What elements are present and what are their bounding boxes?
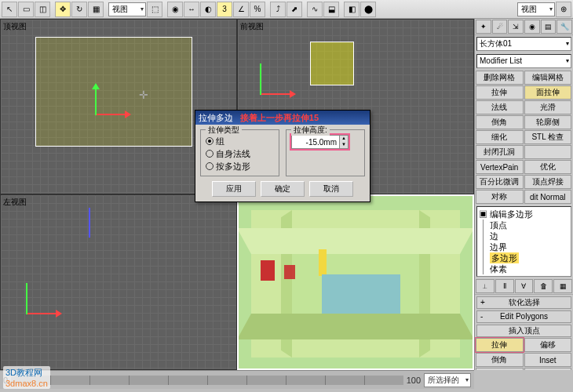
edit-normals-button[interactable]: dit Normal (524, 190, 572, 204)
arrow-y-icon (92, 79, 100, 89)
create-tab-icon[interactable]: ✦ (476, 20, 491, 34)
show-result-icon[interactable]: Ⅱ (495, 279, 514, 293)
apply-button[interactable]: 应用 (212, 181, 256, 197)
soften-rollout[interactable]: 软化选择 (476, 296, 571, 309)
stl-check-button[interactable]: STL 检查 (524, 130, 572, 144)
extrude-button[interactable]: 拉伸 (476, 85, 524, 100)
poly-extrude-button[interactable]: 拉伸 (476, 338, 524, 352)
modifier-stack[interactable]: ▣ 编辑多边形 顶点 边 边界 多边形 体素 (476, 206, 571, 277)
chamfer-button[interactable]: 倒角 (476, 115, 524, 129)
hierarchy-tab-icon[interactable]: ⇲ (508, 20, 524, 34)
poly-chamfer-button[interactable]: 倒角 (476, 353, 524, 367)
vertex-weld-button[interactable]: 顶点焊接 (524, 175, 572, 189)
insert-vertex-button[interactable]: 插入顶点 (476, 325, 571, 337)
radio-local[interactable]: 自身法线 (206, 147, 274, 160)
motion-tab-icon[interactable]: ◉ (524, 20, 540, 34)
object-name-field[interactable]: 长方体01 (476, 37, 571, 51)
tool-curve-icon[interactable]: ∿ (307, 2, 323, 17)
tool-named-icon[interactable]: ⤴ (270, 2, 286, 17)
vertex-paint-button[interactable]: VertexPain (476, 160, 524, 174)
extrude-dialog: 拉伸多边 接着上一步再拉伸15 拉伸类型 组 自身法线 按多边形 拉伸高度: ▲… (195, 110, 370, 202)
face-extrude-button[interactable]: 面拉伸 (524, 85, 572, 100)
optimize-button[interactable]: 优化 (524, 160, 572, 174)
axis-x-icon (260, 93, 291, 95)
poly-inset-button[interactable]: Inset (524, 353, 572, 367)
viewport-left-label: 左视图 (3, 197, 27, 208)
viewport-left[interactable]: 左视图 (0, 194, 237, 370)
tessellate-button[interactable]: 细化 (476, 130, 524, 144)
tool-snap-icon[interactable]: ⬚ (147, 2, 162, 17)
blue-poster (322, 274, 400, 314)
outline-button[interactable]: 轮廓侧 (524, 115, 572, 129)
symmetry-button[interactable]: 对称 (476, 190, 524, 204)
panel-tabs: ✦ ☄ ⇲ ◉ ▤ 🔧 (475, 19, 573, 35)
poly-mirror-button[interactable]: 镜像 (524, 368, 572, 370)
cancel-button[interactable]: 取消 (309, 181, 353, 197)
modify-tab-icon[interactable]: ☄ (492, 20, 508, 34)
tool-percent-icon[interactable]: % (250, 2, 265, 17)
spinner-up-icon[interactable]: ▲ (339, 136, 348, 142)
dialog-titlebar[interactable]: 拉伸多边 接着上一步再拉伸15 (195, 111, 370, 125)
arrow-x-icon (290, 90, 300, 98)
extrude-height-input[interactable] (292, 136, 339, 148)
room-render (251, 210, 460, 358)
remove-mod-icon[interactable]: 🗑 (534, 279, 553, 293)
tool-zoom-icon[interactable]: ⊕ (556, 2, 571, 17)
timeline[interactable]: 0 100 所选择的 (0, 370, 474, 389)
viewport-perspective[interactable] (237, 194, 474, 370)
tool-region-icon[interactable]: ▭ (18, 2, 34, 17)
radio-poly[interactable]: 按多边形 (206, 160, 274, 172)
cap-holes-button[interactable]: 封闭孔洞 (476, 145, 524, 159)
radio-group[interactable]: 组 (206, 135, 274, 147)
stack-vertex[interactable]: 顶点 (479, 220, 569, 230)
utilities-tab-icon[interactable]: 🔧 (557, 20, 572, 34)
tool-render-icon[interactable]: ⬤ (360, 2, 376, 17)
command-panel: ✦ ☄ ⇲ ◉ ▤ 🔧 长方体01 Modifier List 删除网格 编辑网… (474, 19, 573, 370)
modifier-list-dropdown[interactable]: Modifier List (476, 54, 571, 68)
timeline-track[interactable] (11, 376, 403, 385)
display-tab-icon[interactable]: ▤ (541, 20, 557, 34)
edit-poly-rollout[interactable]: Edit Polygons (476, 310, 571, 323)
cursor-icon: ✛ (139, 89, 148, 101)
poly-bevel-button[interactable]: 偏移 (524, 338, 572, 352)
radio-off-icon (206, 150, 214, 158)
tool-material-icon[interactable]: ◧ (344, 2, 359, 17)
viewport-front-label: 前视图 (240, 21, 264, 32)
tool-rotate-icon[interactable]: ↻ (71, 2, 87, 17)
stack-polygon[interactable]: 多边形 (479, 252, 569, 263)
tool-array-icon[interactable]: ◐ (200, 2, 216, 17)
configure-icon[interactable]: ▦ (553, 279, 572, 293)
selection-status[interactable]: 所选择的 (424, 373, 471, 387)
tool-mirror-icon[interactable]: ↔ (184, 2, 199, 17)
pin-stack-icon[interactable]: ⟂ (476, 279, 495, 293)
tool-select-icon[interactable]: ↖ (2, 2, 17, 17)
tool-schematic-icon[interactable]: ⬓ (323, 2, 339, 17)
spinner-down-icon[interactable]: ▼ (339, 142, 348, 148)
ok-button[interactable]: 确定 (261, 181, 305, 197)
tool-move-icon[interactable]: ✥ (55, 2, 71, 17)
axis-y-icon (26, 313, 57, 314)
tool-angle-icon[interactable]: ∠ (233, 2, 249, 17)
blank-button[interactable] (524, 145, 572, 159)
percent-snap-button[interactable]: 百分比微调 (476, 175, 524, 189)
smooth-button[interactable]: 光滑 (524, 100, 572, 114)
edit-mesh-button[interactable]: 编辑网格 (524, 71, 572, 85)
make-unique-icon[interactable]: ∀ (515, 279, 534, 293)
stack-root: 编辑多边形 (490, 209, 533, 219)
reference-dropdown[interactable]: 视图 (108, 2, 146, 16)
tool-align-icon[interactable]: ◉ (167, 2, 183, 17)
stack-edge[interactable]: 边 (479, 230, 569, 241)
tool-snap3-icon[interactable]: 3 (217, 2, 232, 17)
stack-border[interactable]: 边界 (479, 241, 569, 252)
axis-z-icon (26, 283, 27, 314)
tool-scale-icon[interactable]: ▦ (88, 2, 104, 17)
normal-button[interactable]: 法线 (476, 100, 524, 114)
delete-mesh-button[interactable]: 删除网格 (476, 71, 524, 85)
extrude-height-spinner[interactable]: ▲▼ (291, 135, 349, 149)
view-dropdown[interactable]: 视图 (517, 2, 555, 16)
stack-element[interactable]: 体素 (479, 263, 569, 274)
tool-layer-icon[interactable]: ⬈ (286, 2, 302, 17)
viewport-top-label: 顶视图 (3, 21, 27, 32)
poly-triangulate-button[interactable]: 三角状 (476, 368, 524, 370)
tool-window-icon[interactable]: ◫ (35, 2, 50, 17)
